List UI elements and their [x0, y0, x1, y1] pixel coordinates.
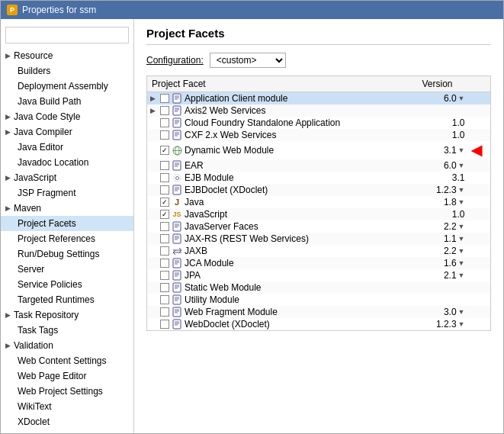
sidebar-item-service-policies[interactable]: Service Policies [1, 277, 133, 292]
table-row[interactable]: ▶Axis2 Web Services [147, 104, 491, 117]
sidebar-item-java-editor[interactable]: Java Editor [1, 140, 133, 155]
table-row[interactable]: Web Fragment Module3.0▼ [147, 306, 491, 318]
version-dropdown-icon[interactable]: ▼ [458, 320, 465, 328]
facet-checkbox[interactable] [160, 271, 169, 280]
facet-checkbox[interactable] [160, 198, 169, 207]
sidebar-item-wikitext[interactable]: WikiText [1, 399, 133, 414]
j-icon: J [172, 197, 182, 207]
facet-checkbox[interactable] [160, 185, 169, 194]
config-select[interactable]: <custom> [210, 53, 286, 68]
col-version-header: Version [417, 76, 467, 92]
facet-label: WebDoclet (XDoclet) [185, 319, 270, 330]
version-dropdown-icon[interactable]: ▼ [458, 95, 465, 102]
facet-checkbox[interactable] [160, 118, 169, 127]
version-dropdown-icon[interactable]: ▼ [458, 186, 465, 194]
table-row[interactable]: Cloud Foundry Standalone Application1.0 [147, 117, 491, 129]
sidebar-item-deployment-assembly[interactable]: Deployment Assembly [1, 79, 133, 94]
version-dropdown-icon[interactable]: ▼ [458, 162, 465, 169]
sidebar-item-task-repository[interactable]: ▶Task Repository [1, 307, 133, 323]
sidebar-item-maven[interactable]: ▶Maven [1, 201, 133, 216]
facet-checkbox[interactable] [160, 210, 169, 219]
version-dropdown-icon[interactable]: ▼ [458, 308, 465, 316]
version-dropdown-icon[interactable]: ▼ [458, 272, 465, 279]
table-row[interactable]: EAR6.0▼ [147, 159, 491, 172]
table-row[interactable]: Utility Module [147, 294, 491, 306]
table-row[interactable]: JAXB2.2▼ [147, 245, 491, 257]
sidebar-item-javascript[interactable]: ▶JavaScript [1, 170, 133, 185]
facet-version: 2.1 [444, 270, 457, 281]
facet-checkbox[interactable] [160, 146, 169, 155]
row-expand-icon[interactable]: ▶ [150, 107, 158, 114]
facet-checkbox[interactable] [160, 173, 169, 182]
facet-checkbox[interactable] [160, 106, 169, 115]
table-row[interactable]: JPA2.1▼ [147, 269, 491, 281]
sidebar-item-jsp-fragment[interactable]: JSP Fragment [1, 185, 133, 201]
sidebar-item-validation[interactable]: ▶Validation [1, 338, 133, 353]
facet-checkbox[interactable] [160, 295, 169, 304]
red-arrow-cell [468, 318, 491, 331]
facet-version-cell [417, 294, 467, 306]
panel-title: Project Facets [146, 27, 491, 45]
sidebar-item-builders[interactable]: Builders [1, 63, 133, 79]
sidebar-item-web-content-settings[interactable]: Web Content Settings [1, 353, 133, 368]
facet-checkbox[interactable] [160, 283, 169, 292]
table-row[interactable]: Static Web Module [147, 281, 491, 294]
sidebar-item-web-project-settings[interactable]: Web Project Settings [1, 384, 133, 399]
svg-rect-19 [173, 161, 181, 170]
facet-checkbox[interactable] [160, 307, 169, 317]
version-dropdown-icon[interactable]: ▼ [458, 198, 465, 206]
facet-checkbox[interactable] [160, 130, 169, 140]
facet-checkbox[interactable] [160, 161, 169, 170]
sidebar-item-resource[interactable]: ▶Resource [1, 48, 133, 63]
facet-version: 1.2.3 [436, 319, 457, 330]
facet-checkbox[interactable] [160, 234, 169, 243]
sidebar-item-javadoc-location[interactable]: Javadoc Location [1, 155, 133, 170]
facet-label: JAXB [185, 246, 207, 256]
facet-name-cell: JavaServer Faces [147, 220, 418, 233]
table-row[interactable]: JJava1.8▼ [147, 196, 491, 208]
facet-checkbox[interactable] [160, 246, 169, 256]
table-row[interactable]: JAX-RS (REST Web Services)1.1▼ [147, 233, 491, 245]
table-row[interactable]: EJB Module3.1 [147, 172, 491, 184]
version-dropdown-icon[interactable]: ▼ [458, 146, 465, 154]
table-row[interactable]: ▶Application Client module6.0▼ [147, 92, 491, 105]
expand-arrow-icon: ▶ [5, 204, 11, 212]
version-dropdown-icon[interactable]: ▼ [458, 247, 465, 255]
table-row[interactable]: JavaServer Faces2.2▼ [147, 220, 491, 233]
sidebar-item-java-build-path[interactable]: Java Build Path [1, 94, 133, 109]
search-input[interactable] [5, 27, 129, 43]
sidebar-item-java-compiler[interactable]: ▶Java Compiler [1, 124, 133, 140]
doc-icon [172, 93, 182, 104]
table-row[interactable]: JSJavaScript1.0 [147, 208, 491, 220]
sidebar-item-targeted-runtimes[interactable]: Targeted Runtimes [1, 292, 133, 307]
facet-checkbox[interactable] [160, 320, 169, 329]
facet-checkbox[interactable] [160, 259, 169, 268]
sidebar-item-label: Deployment Assembly [18, 81, 108, 92]
table-row[interactable]: Dynamic Web Module3.1▼◀ [147, 141, 491, 159]
sidebar-item-label: Project Facets [18, 218, 76, 229]
table-row[interactable]: WebDoclet (XDoclet)1.2.3▼ [147, 318, 491, 331]
doc-icon [172, 160, 182, 171]
sidebar-item-server[interactable]: Server [1, 262, 133, 277]
sidebar-item-project-facets[interactable]: Project Facets [1, 216, 133, 231]
sidebar-item-project-references[interactable]: Project References [1, 231, 133, 246]
version-dropdown-icon[interactable]: ▼ [458, 259, 465, 267]
facet-name-cell: EJB Module [147, 172, 418, 184]
sidebar-item-task-tags[interactable]: Task Tags [1, 323, 133, 338]
sidebar-item-web-page-editor[interactable]: Web Page Editor [1, 368, 133, 384]
facet-checkbox[interactable] [160, 222, 169, 231]
facet-version-cell: 1.0 [417, 208, 467, 220]
table-row[interactable]: EJBDoclet (XDoclet)1.2.3▼ [147, 184, 491, 196]
sidebar-item-java-code-style[interactable]: ▶Java Code Style [1, 109, 133, 124]
version-dropdown-icon[interactable]: ▼ [458, 235, 465, 243]
row-expand-icon[interactable]: ▶ [150, 95, 158, 102]
table-row[interactable]: JCA Module1.6▼ [147, 257, 491, 269]
sidebar-item-run/debug-settings[interactable]: Run/Debug Settings [1, 246, 133, 262]
expand-arrow-icon: ▶ [5, 311, 11, 319]
table-row[interactable]: CXF 2.x Web Services1.0 [147, 129, 491, 141]
sidebar-item-xdoclet[interactable]: XDoclet [1, 414, 133, 429]
facet-version: 6.0 [444, 93, 457, 104]
version-dropdown-icon[interactable]: ▼ [458, 223, 465, 230]
facet-checkbox[interactable] [160, 94, 169, 103]
red-arrow-cell [468, 257, 491, 269]
